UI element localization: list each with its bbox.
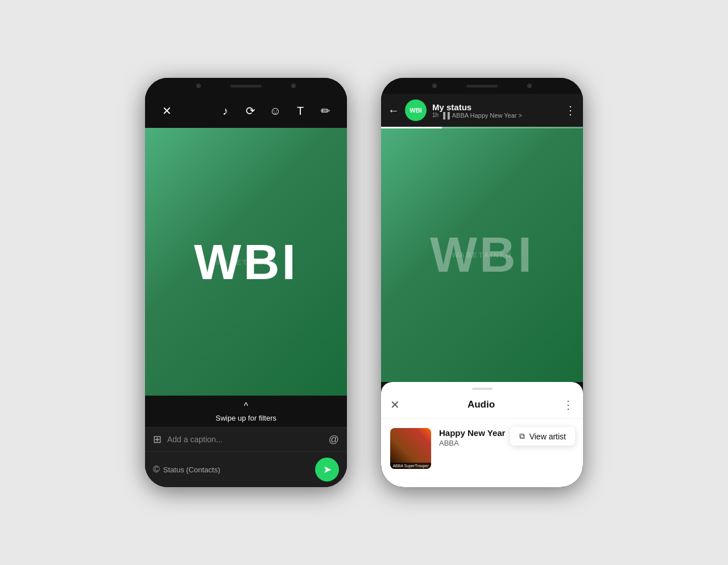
back-button[interactable]: ← bbox=[388, 104, 399, 117]
view-artist-icon: ⧉ bbox=[519, 431, 525, 441]
song-preview-label: ABBA Happy New Year > bbox=[452, 112, 522, 119]
sheet-body: ABBA SuperTrouper Happy New Year ABBA ⧉ … bbox=[381, 419, 583, 478]
draw-icon[interactable]: ✏ bbox=[315, 101, 336, 121]
camera-right-r bbox=[527, 84, 532, 88]
time-icon: 1h bbox=[432, 112, 439, 118]
wbi-logo-left: WBI bbox=[194, 233, 298, 291]
audio-bar-icon: ▐▐ bbox=[441, 112, 450, 119]
text-icon[interactable]: T bbox=[290, 101, 311, 121]
screen-left: ✕ ♪ ⟳ ☺ T ✏ WABETAINFO WBI ^ Swipe up fo… bbox=[145, 94, 347, 487]
album-label: ABBA SuperTrouper bbox=[390, 463, 431, 469]
status-owner-name: My status bbox=[432, 102, 559, 112]
caption-bar: ⊞ Add a caption... @ bbox=[145, 427, 347, 451]
status-send-bar: © Status (Contacts) ➤ bbox=[145, 451, 347, 487]
sheet-title: Audio bbox=[400, 399, 562, 410]
left-phone: ✕ ♪ ⟳ ☺ T ✏ WABETAINFO WBI ^ Swipe up fo… bbox=[145, 78, 347, 487]
progress-bar-container bbox=[381, 127, 583, 128]
swipe-arrow-icon: ^ bbox=[244, 401, 249, 412]
status-meta-info: 1h ▐▐ ABBA Happy New Year > bbox=[432, 112, 559, 119]
camera-left bbox=[196, 84, 201, 88]
camera-right bbox=[291, 84, 296, 88]
send-button[interactable]: ➤ bbox=[315, 458, 339, 481]
caption-input[interactable]: Add a caption... bbox=[167, 435, 323, 444]
editor-tools-group: ♪ ⟳ ☺ T ✏ bbox=[215, 101, 336, 121]
album-art: ABBA SuperTrouper bbox=[390, 428, 431, 469]
media-preview-area: WABETAINFO WBI bbox=[145, 128, 347, 396]
sheet-header: ✕ Audio ⋮ bbox=[381, 398, 583, 419]
sheet-more-button[interactable]: ⋮ bbox=[562, 398, 574, 412]
swipe-filters-hint[interactable]: ^ Swipe up for filters bbox=[145, 396, 347, 427]
status-info: My status 1h ▐▐ ABBA Happy New Year > bbox=[432, 102, 559, 119]
status-media-area: WABETAINFO WBI bbox=[381, 127, 583, 382]
header-more-button[interactable]: ⋮ bbox=[565, 103, 576, 117]
sheet-drag-handle[interactable] bbox=[472, 388, 493, 390]
album-art-inner: ABBA SuperTrouper bbox=[390, 428, 431, 469]
sticker-icon[interactable]: ☺ bbox=[265, 101, 286, 121]
right-phone: ← WBI My status 1h ▐▐ ABBA Happy New Yea… bbox=[381, 78, 583, 487]
wbi-logo-right: WBI bbox=[430, 226, 534, 284]
screen-right: ← WBI My status 1h ▐▐ ABBA Happy New Yea… bbox=[381, 94, 583, 487]
status-label: Status (Contacts) bbox=[163, 466, 220, 474]
camera-left-r bbox=[432, 84, 437, 88]
view-artist-label[interactable]: View artist bbox=[530, 432, 566, 441]
caption-media-icon: ⊞ bbox=[153, 433, 162, 446]
speaker-left bbox=[230, 85, 262, 88]
status-sync-icon: © bbox=[153, 464, 160, 475]
audio-bottom-sheet: ✕ Audio ⋮ ABBA SuperTrouper Happy New Ye… bbox=[381, 382, 583, 487]
status-contacts-label[interactable]: © Status (Contacts) bbox=[153, 464, 220, 475]
context-menu: ⧉ View artist bbox=[510, 427, 575, 446]
speaker-right bbox=[466, 85, 498, 88]
mention-icon[interactable]: @ bbox=[329, 434, 339, 446]
status-view-header: ← WBI My status 1h ▐▐ ABBA Happy New Yea… bbox=[381, 94, 583, 127]
notch-bar-left bbox=[145, 78, 347, 94]
notch-bar-right bbox=[381, 78, 583, 94]
close-button[interactable]: ✕ bbox=[156, 101, 177, 121]
status-avatar: WBI bbox=[405, 99, 427, 121]
crop-icon[interactable]: ⟳ bbox=[240, 101, 260, 121]
music-icon[interactable]: ♪ bbox=[215, 101, 235, 121]
progress-bar-fill bbox=[381, 127, 442, 128]
sheet-close-button[interactable]: ✕ bbox=[390, 398, 400, 412]
editor-toolbar: ✕ ♪ ⟳ ☺ T ✏ bbox=[145, 94, 347, 128]
swipe-filters-label: Swipe up for filters bbox=[216, 414, 276, 422]
